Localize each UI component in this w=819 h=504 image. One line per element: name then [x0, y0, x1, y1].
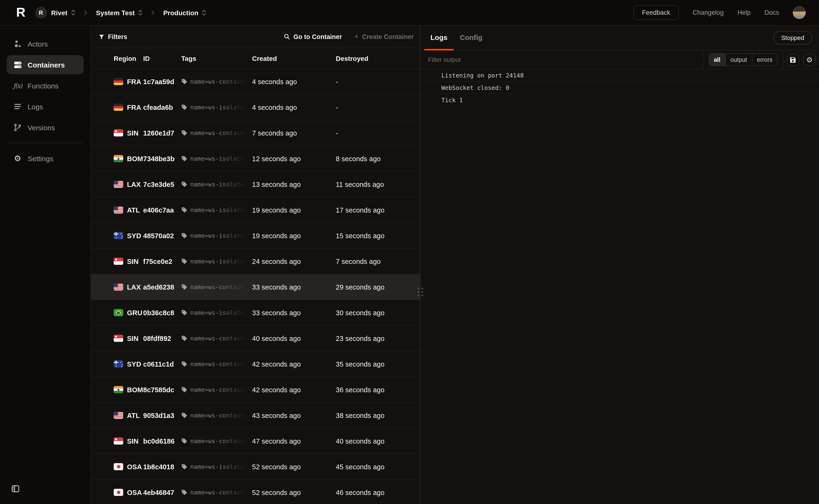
feedback-button[interactable]: Feedback [634, 5, 679, 20]
region-code: LAX [127, 180, 141, 188]
tag-icon [181, 387, 187, 393]
destroyed-time: 7 seconds ago [336, 257, 420, 265]
sidebar-item-functions[interactable]: ƒ(x) Functions [7, 76, 84, 95]
tag-icon [181, 464, 187, 470]
table-row[interactable]: SIN 08fdf892 name=ws-container 40 second… [91, 326, 420, 351]
sidebar-item-label: Versions [28, 123, 55, 131]
destroyed-time: - [336, 129, 420, 137]
sidebar-item-label: Containers [28, 61, 65, 69]
tag-icon [181, 130, 187, 136]
sidebar-item-logs[interactable]: Logs [7, 97, 84, 116]
region-code: LAX [127, 283, 141, 291]
save-logs-button[interactable] [787, 53, 799, 66]
table-row[interactable]: ATL e406c7aa name=ws-isolate 19 seconds … [91, 197, 420, 223]
container-tags: name=ws-isolate [181, 155, 252, 162]
tab-config[interactable]: Config [454, 26, 489, 50]
table-row[interactable]: SYD 48570a02 name=ws-isolate 19 seconds … [91, 223, 420, 249]
container-tags: name=ws-isolate [181, 309, 252, 316]
tag-icon [181, 233, 187, 239]
tag-icon [181, 361, 187, 367]
sidebar-item-actors[interactable]: Actors [7, 34, 84, 53]
created-time: 19 seconds ago [252, 232, 336, 239]
log-output: Listening on port 24148WebSocket closed:… [420, 69, 819, 504]
go-to-container-button[interactable]: Go to Container [283, 33, 342, 40]
filter-output-input[interactable] [428, 56, 703, 63]
table-row[interactable]: FRA 1c7aa59d name=ws-container 4 seconds… [91, 69, 420, 95]
table-row[interactable]: LAX a5ed6238 name=ws-container 33 second… [91, 274, 420, 300]
table-row[interactable]: OSA 1b8c4018 name=ws-isolate 52 seconds … [91, 454, 420, 480]
chevron-updown-icon[interactable] [71, 9, 75, 16]
log-filter-errors[interactable]: errors [752, 54, 777, 66]
breadcrumb-namespace[interactable]: Production [163, 9, 198, 16]
region-flag-icon [114, 155, 123, 162]
created-time: 24 seconds ago [252, 257, 336, 265]
collapse-sidebar-icon[interactable] [11, 485, 19, 493]
rivet-logo[interactable]: R [16, 6, 24, 19]
breadcrumb-project[interactable]: Rivet [51, 9, 67, 16]
table-row[interactable]: BOM 7348be3b name=ws-isolate 12 seconds … [91, 146, 420, 172]
region-flag-icon [114, 129, 123, 136]
region-flag-icon [114, 78, 123, 85]
container-id: c0611c1d [143, 360, 181, 368]
created-time: 33 seconds ago [252, 283, 336, 291]
tab-logs[interactable]: Logs [424, 26, 454, 50]
table-row[interactable]: GRU 0b36c8c8 name=ws-isolate 33 seconds … [91, 300, 420, 326]
containers-panel: Filters Go to Container + Create Contain… [90, 26, 420, 504]
table-row[interactable]: SIN f75ce0e2 name=ws-isolate 24 seconds … [91, 249, 420, 274]
sidebar-item-label: Functions [28, 82, 59, 90]
column-header-region: Region [114, 54, 143, 62]
chevron-updown-icon[interactable] [202, 9, 206, 16]
region-flag-icon [114, 412, 123, 419]
table-row[interactable]: ATL 9053d1a3 name=ws-container 43 second… [91, 403, 420, 428]
sidebar-item-label: Settings [28, 154, 53, 162]
tag-icon [181, 438, 187, 444]
region-code: FRA [127, 103, 141, 111]
user-avatar[interactable] [793, 6, 806, 19]
container-tags: name=ws-container [181, 283, 252, 291]
container-id: 1b8c4018 [143, 463, 181, 470]
created-time: 52 seconds ago [252, 489, 336, 496]
log-settings-button[interactable]: ⚙ [803, 53, 816, 66]
log-filter-all[interactable]: all [709, 54, 725, 66]
save-icon [790, 56, 796, 63]
filters-button[interactable]: Filters [98, 33, 127, 40]
container-id: bc0d6186 [143, 437, 181, 445]
chevron-updown-icon[interactable] [138, 9, 143, 16]
logs-panel: Logs Config Stopped all output errors [420, 26, 819, 504]
created-time: 13 seconds ago [252, 180, 336, 188]
sidebar-item-containers[interactable]: Containers [7, 55, 84, 74]
create-container-button[interactable]: + Create Container [354, 33, 414, 40]
log-filter-output[interactable]: output [725, 54, 752, 66]
panel-resize-handle[interactable] [418, 288, 423, 296]
region-flag-icon [114, 386, 123, 393]
table-row[interactable]: SIN bc0d6186 name=ws-container 47 second… [91, 428, 420, 454]
sidebar-item-versions[interactable]: Versions [7, 118, 84, 137]
table-row[interactable]: SYD c0611c1d name=ws-container 42 second… [91, 351, 420, 377]
container-tags: name=ws-isolate [181, 104, 252, 111]
destroyed-time: 8 seconds ago [336, 155, 420, 162]
destroyed-time: 30 seconds ago [336, 309, 420, 316]
plus-icon: + [354, 33, 359, 40]
container-id: cfeada6b [143, 103, 181, 111]
breadcrumb-environment[interactable]: System Test [96, 9, 135, 16]
region-code: OSA [127, 489, 142, 496]
help-link[interactable]: Help [737, 9, 751, 16]
funnel-icon [98, 34, 105, 40]
container-tags: name=ws-isolate [181, 181, 252, 188]
table-row[interactable]: FRA cfeada6b name=ws-isolate 4 seconds a… [91, 95, 420, 120]
region-code: FRA [127, 78, 141, 85]
created-time: 33 seconds ago [252, 309, 336, 316]
container-id: 1c7aa59d [143, 78, 181, 85]
table-row[interactable]: OSA 4eb46847 name=ws-container 52 second… [91, 480, 420, 504]
sidebar-item-settings[interactable]: ⚙ Settings [7, 149, 84, 168]
region-code: BOM [127, 155, 143, 162]
changelog-link[interactable]: Changelog [692, 9, 724, 16]
table-row[interactable]: LAX 7c3e3de5 name=ws-isolate 13 seconds … [91, 172, 420, 197]
docs-link[interactable]: Docs [764, 9, 779, 16]
table-row[interactable]: SIN 1260e1d7 name=ws-container 7 seconds… [91, 120, 420, 146]
log-filter-bar: all output errors ⚙ [420, 50, 819, 69]
container-id: 08fdf892 [143, 334, 181, 342]
destroyed-time: 11 seconds ago [336, 180, 420, 188]
breadcrumb: R Rivet System Test Production [35, 7, 210, 19]
table-row[interactable]: BOM 8c7585dc name=ws-container 42 second… [91, 377, 420, 403]
